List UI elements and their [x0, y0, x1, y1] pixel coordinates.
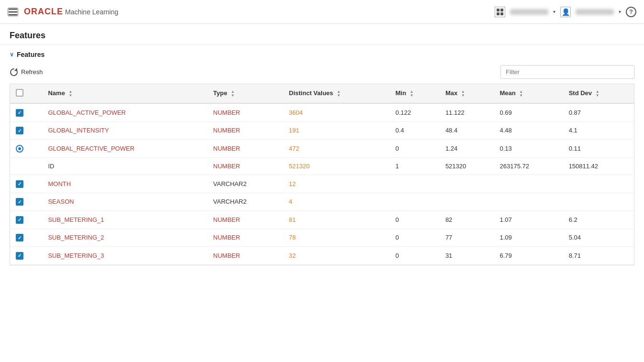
row-checkbox-cell[interactable] — [10, 140, 42, 158]
row-type: NUMBER — [208, 158, 283, 175]
col-name[interactable]: Name ▲▼ — [42, 84, 207, 103]
brand-logo: ORACLE Machine Learning — [24, 7, 118, 17]
row-stddev: 4.1 — [563, 121, 634, 140]
checkbox-checked-icon[interactable] — [16, 127, 23, 134]
section-header[interactable]: ∨ Features — [10, 51, 634, 58]
checkbox-checked-icon[interactable] — [16, 198, 23, 206]
help-button[interactable]: ? — [626, 7, 636, 17]
row-mean: 1.07 — [494, 211, 563, 229]
row-name: SUB_METERING_3 — [42, 247, 207, 265]
row-max — [440, 175, 494, 193]
row-checkbox-cell[interactable] — [10, 247, 42, 265]
row-min: 0 — [389, 211, 439, 229]
toolbar: Refresh — [10, 65, 634, 79]
row-stddev: 0.87 — [563, 103, 634, 121]
checkbox-checked-icon[interactable] — [16, 180, 23, 188]
row-mean: 0.13 — [494, 140, 563, 158]
table-row: SEASONVARCHAR24 — [10, 193, 634, 211]
row-min: 0.4 — [389, 121, 439, 140]
checkbox-checked-icon[interactable] — [16, 252, 23, 260]
row-distinct: 12 — [283, 175, 390, 193]
row-mean: 4.48 — [494, 121, 563, 140]
features-table-wrapper[interactable]: Name ▲▼ Type ▲▼ Distinct Values ▲▼ Min ▲… — [10, 84, 634, 265]
row-stddev — [563, 175, 634, 193]
table-row: GLOBAL_REACTIVE_POWERNUMBER47201.240.130… — [10, 140, 634, 158]
filter-input[interactable] — [500, 65, 634, 79]
row-checkbox-cell[interactable] — [10, 175, 42, 193]
row-type: VARCHAR2 — [208, 193, 283, 211]
row-min: 1 — [389, 158, 439, 175]
row-mean — [494, 193, 563, 211]
checkbox-checked-icon[interactable] — [16, 109, 23, 117]
user-menu-button[interactable]: 👤 — [560, 7, 571, 17]
row-name: SUB_METERING_1 — [42, 211, 207, 229]
brand-oracle-text: ORACLE — [24, 7, 63, 17]
row-name: GLOBAL_REACTIVE_POWER — [42, 140, 207, 158]
row-type: NUMBER — [208, 121, 283, 140]
col-mean[interactable]: Mean ▲▼ — [494, 84, 563, 103]
table-row: SUB_METERING_1NUMBER810821.076.2 — [10, 211, 634, 229]
help-icon: ? — [626, 7, 636, 17]
table-row: SUB_METERING_3NUMBER320316.798.71 — [10, 247, 634, 265]
checkbox-circle-icon[interactable] — [16, 145, 23, 153]
hamburger-menu-button[interactable] — [8, 8, 18, 16]
refresh-icon — [10, 68, 18, 77]
row-checkbox-cell[interactable] — [10, 211, 42, 229]
row-type: NUMBER — [208, 229, 283, 247]
row-mean: 0.69 — [494, 103, 563, 121]
row-name: MONTH — [42, 175, 207, 193]
row-checkbox-cell[interactable] — [10, 103, 42, 121]
row-min: 0.122 — [389, 103, 439, 121]
header-left: ORACLE Machine Learning — [8, 7, 118, 17]
checkbox-checked-icon[interactable] — [16, 216, 23, 224]
row-checkbox-cell[interactable] — [10, 229, 42, 247]
table-header: Name ▲▼ Type ▲▼ Distinct Values ▲▼ Min ▲… — [10, 84, 634, 103]
header-checkbox[interactable] — [16, 89, 23, 97]
row-max: 11.122 — [440, 103, 494, 121]
row-type: NUMBER — [208, 140, 283, 158]
workspace-label — [510, 9, 548, 15]
row-mean — [494, 175, 563, 193]
col-type[interactable]: Type ▲▼ — [208, 84, 283, 103]
section-label: Features — [17, 51, 44, 58]
row-distinct: 81 — [283, 211, 390, 229]
brand-ml-text: Machine Learning — [65, 8, 118, 16]
row-checkbox-cell[interactable] — [10, 121, 42, 140]
row-stddev: 5.04 — [563, 229, 634, 247]
table-row: MONTHVARCHAR212 — [10, 175, 634, 193]
row-stddev: 0.11 — [563, 140, 634, 158]
checkbox-checked-icon[interactable] — [16, 234, 23, 241]
row-checkbox-cell[interactable] — [10, 158, 42, 175]
row-min — [389, 193, 439, 211]
row-min: 0 — [389, 229, 439, 247]
table-row: GLOBAL_INTENSITYNUMBER1910.448.44.484.1 — [10, 121, 634, 140]
row-stddev: 150811.42 — [563, 158, 634, 175]
col-stddev[interactable]: Std Dev ▲▼ — [563, 84, 634, 103]
grid-icon — [495, 7, 505, 17]
row-max — [440, 193, 494, 211]
row-name: GLOBAL_INTENSITY — [42, 121, 207, 140]
grid-menu-button[interactable] — [495, 7, 505, 17]
user-chevron-icon[interactable]: ▾ — [619, 9, 621, 14]
row-distinct: 521320 — [283, 158, 390, 175]
stddev-sort-icon: ▲▼ — [596, 90, 600, 98]
workspace-chevron-icon[interactable]: ▾ — [553, 9, 555, 14]
col-distinct[interactable]: Distinct Values ▲▼ — [283, 84, 390, 103]
row-max: 48.4 — [440, 121, 494, 140]
row-distinct: 3604 — [283, 103, 390, 121]
row-name: SUB_METERING_2 — [42, 229, 207, 247]
row-max: 82 — [440, 211, 494, 229]
col-checkbox[interactable] — [10, 84, 42, 103]
col-max[interactable]: Max ▲▼ — [440, 84, 494, 103]
row-name: GLOBAL_ACTIVE_POWER — [42, 103, 207, 121]
section-chevron-icon: ∨ — [10, 51, 14, 58]
user-label — [576, 9, 614, 15]
row-min — [389, 175, 439, 193]
refresh-button[interactable]: Refresh — [10, 68, 43, 77]
row-max: 77 — [440, 229, 494, 247]
row-min: 0 — [389, 247, 439, 265]
col-min[interactable]: Min ▲▼ — [389, 84, 439, 103]
features-section: ∨ Features Refresh Name ▲▼ — [0, 45, 644, 265]
row-mean: 6.79 — [494, 247, 563, 265]
row-checkbox-cell[interactable] — [10, 193, 42, 211]
